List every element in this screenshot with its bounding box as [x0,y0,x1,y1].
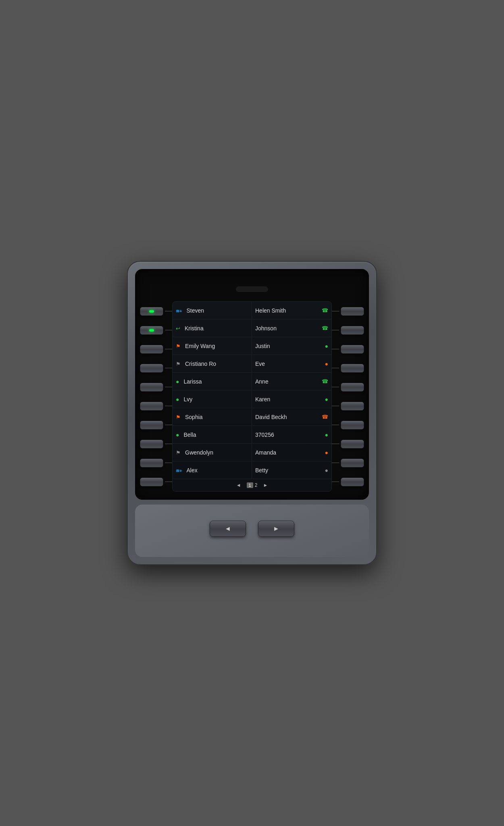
contact-left-4[interactable]: ⚑ Cristiano Ro [173,355,252,373]
left-button-row-7 [140,421,172,430]
contact-status-right-1: ☎ [320,307,328,313]
right-key-btn-5[interactable] [341,383,364,392]
right-connector-5 [332,387,339,387]
bottom-section: ◄ ► [135,505,369,557]
contact-right-1[interactable]: Helen Smith ☎ [252,302,331,319]
contact-name-left-6: Lvy [183,396,192,403]
left-key-btn-7[interactable] [140,421,163,430]
contact-right-10[interactable]: Betty ● [252,461,331,479]
left-connector-4 [165,368,172,368]
contact-icon-left-3: ⚑ [176,343,183,349]
contact-icon-left-8: ● [176,432,181,438]
contact-left-1[interactable]: ≋+ Steven [173,302,252,319]
right-button-row-7 [332,421,364,430]
left-button-row-3 [140,345,172,354]
device-body: ≋+ Steven Helen Smith ☎ ↩ Kristina Johns… [127,261,377,565]
right-connector-7 [332,425,339,425]
contact-left-6[interactable]: ● Lvy [173,390,252,408]
contact-status-right-7: ☎ [320,414,328,420]
left-key-btn-1[interactable] [140,307,163,316]
right-button-row-9 [332,459,364,467]
right-key-btn-6[interactable] [341,402,364,411]
right-key-btn-2[interactable] [341,326,364,335]
contact-left-5[interactable]: ● Larissa [173,373,252,390]
nav-prev-button[interactable]: ◄ [210,521,246,537]
page-current[interactable]: 1 [247,482,253,488]
left-connector-2 [165,330,172,330]
left-connector-6 [165,406,172,406]
left-key-btn-3[interactable] [140,345,163,354]
nav-next-button[interactable]: ► [258,521,294,537]
left-button-row-8 [140,440,172,448]
left-connector-9 [165,463,172,463]
contact-right-5[interactable]: Anne ☎ [252,373,331,390]
contact-left-8[interactable]: ● Bella [173,426,252,444]
left-key-btn-10[interactable] [140,478,163,486]
right-connector-4 [332,368,339,368]
pagination-row: ◄ 1 2 ► [173,479,331,491]
contact-right-3[interactable]: Justin ● [252,337,331,355]
right-button-row-5 [332,383,364,392]
left-button-row-5 [140,383,172,392]
left-key-btn-2[interactable] [140,326,163,335]
left-button-row-10 [140,478,172,486]
right-button-row-6 [332,402,364,411]
contact-right-2[interactable]: Johnson ☎ [252,319,331,337]
right-connector-10 [332,482,339,482]
page-next-arrow[interactable]: ► [260,482,270,489]
contact-status-right-8: ● [323,432,328,438]
contact-name-left-10: Alex [186,467,197,473]
left-connector-8 [165,444,172,444]
right-key-btn-10[interactable] [341,478,364,486]
contact-right-6[interactable]: Karen ● [252,390,331,408]
right-key-btn-9[interactable] [341,459,364,467]
nav-next-icon: ► [273,525,279,532]
contact-right-7[interactable]: David Beckh ☎ [252,408,331,426]
contact-icon-left-4: ⚑ [176,361,183,367]
right-button-row-3 [332,345,364,354]
left-button-row-6 [140,402,172,411]
right-button-row-2 [332,326,364,335]
right-key-btn-4[interactable] [341,364,364,373]
right-key-btn-8[interactable] [341,440,364,448]
right-button-row-8 [332,440,364,448]
contact-left-3[interactable]: ⚑ Emily Wang [173,337,252,355]
contact-right-9[interactable]: Amanda ● [252,444,331,461]
contact-right-4[interactable]: Eve ● [252,355,331,373]
contact-left-9[interactable]: ⚑ Gwendolyn [173,444,252,461]
right-key-btn-1[interactable] [341,307,364,316]
contact-name-right-3: Justin [255,343,270,349]
page-prev-arrow[interactable]: ◄ [234,482,244,489]
left-key-btn-8[interactable] [140,440,163,448]
contact-name-left-1: Steven [186,307,204,314]
contact-right-8[interactable]: 370256 ● [252,426,331,444]
main-content-row: ≋+ Steven Helen Smith ☎ ↩ Kristina Johns… [140,301,364,492]
right-button-row-1 [332,307,364,316]
page-total: 2 [255,482,258,488]
contact-name-right-1: Helen Smith [255,307,286,314]
contact-status-right-3: ● [323,343,328,349]
right-connector-3 [332,349,339,349]
contact-left-2[interactable]: ↩ Kristina [173,319,252,337]
contact-name-right-10: Betty [255,467,268,473]
contact-left-7[interactable]: ⚑ Sophia [173,408,252,426]
left-key-btn-5[interactable] [140,383,163,392]
left-key-btn-9[interactable] [140,459,163,467]
right-button-row-10 [332,478,364,486]
right-side-buttons [332,301,364,492]
contact-name-left-8: Bella [183,432,196,438]
page-numbers: 1 2 [247,482,258,488]
right-key-btn-7[interactable] [341,421,364,430]
left-key-btn-4[interactable] [140,364,163,373]
left-key-btn-6[interactable] [140,402,163,411]
contact-name-right-8: 370256 [255,432,274,438]
contact-status-right-5: ☎ [320,378,328,384]
contact-icon-left-7: ⚑ [176,414,183,420]
contact-left-10[interactable]: ≋+ Alex [173,461,252,479]
contact-name-left-3: Emily Wang [185,343,215,349]
left-button-row-2 [140,326,172,335]
nav-prev-icon: ◄ [225,525,231,532]
contact-status-right-2: ☎ [320,325,328,331]
contact-name-right-2: Johnson [255,325,277,332]
right-key-btn-3[interactable] [341,345,364,354]
